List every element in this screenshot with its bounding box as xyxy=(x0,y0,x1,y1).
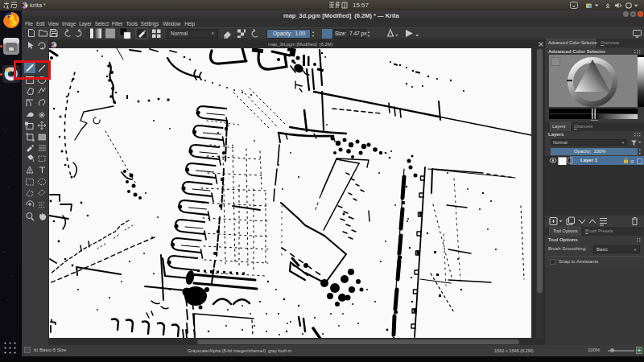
svg-text:α: α xyxy=(630,158,634,164)
